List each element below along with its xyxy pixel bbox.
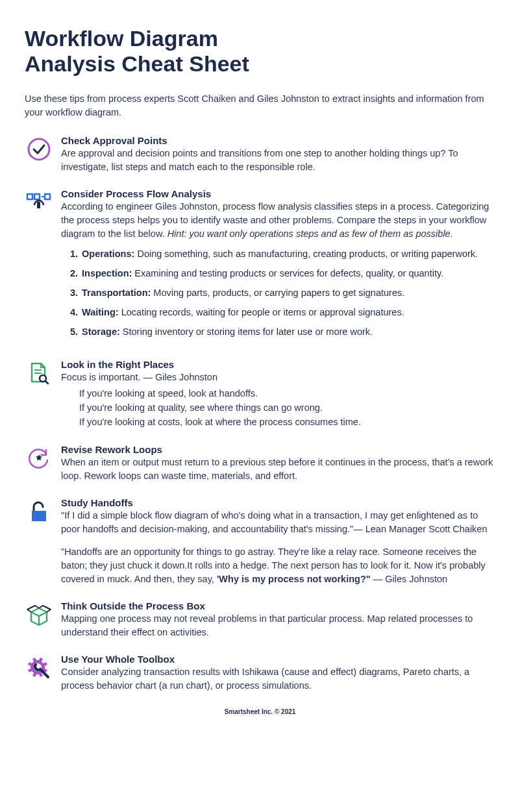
section-body: Mapping one process may not reveal probl… [61, 612, 495, 639]
section-handoffs: Study Handoffs "If I did a simple block … [25, 497, 495, 586]
refresh-gear-icon [25, 444, 53, 473]
section-content: Think Outside the Process Box Mapping on… [61, 600, 495, 639]
list-label: Operations: [82, 249, 134, 259]
list-label: Transportation: [82, 288, 151, 298]
list-item: 2. Inspection: Examining and testing pro… [70, 267, 495, 280]
section-title: Think Outside the Process Box [61, 600, 495, 611]
section-body: When an item or output must return to a … [61, 456, 495, 483]
section-rework: Revise Rework Loops When an item or outp… [25, 444, 495, 483]
section-content: Revise Rework Loops When an item or outp… [61, 444, 495, 483]
list-desc: Examining and testing products or servic… [132, 268, 443, 278]
section-content: Study Handoffs "If I did a simple block … [61, 497, 495, 586]
list-label: Waiting: [82, 307, 119, 317]
wrench-gear-icon [25, 654, 53, 682]
handoffs-p1: "If I did a simple block flow diagram of… [61, 509, 495, 536]
svg-rect-1 [27, 194, 32, 199]
section-title: Look in the Right Places [61, 359, 495, 370]
list-item: 3. Transportation: Moving parts, product… [70, 286, 495, 300]
svg-line-8 [45, 381, 48, 384]
section-body: Consider analyzing transaction results w… [61, 665, 495, 693]
list-desc: Doing something, such as manufacturing, … [134, 249, 478, 259]
section-box: Think Outside the Process Box Mapping on… [25, 600, 495, 639]
flow-hint: Hint: you want only operations steps and… [167, 228, 453, 239]
document-page: Workflow Diagram Analysis Cheat Sheet Us… [0, 0, 520, 728]
flow-list: 1. Operations: Doing something, such as … [61, 247, 495, 339]
list-number: 2. [70, 267, 82, 280]
sub-line: If you're looking at speed, look at hand… [79, 387, 495, 401]
svg-rect-9 [32, 511, 46, 521]
list-label: Inspection: [82, 268, 132, 278]
section-toolbox: Use Your Whole Toolbox Consider analyzin… [25, 654, 495, 693]
section-body: According to engineer Giles Johnston, pr… [61, 200, 495, 241]
footer-copyright: Smartsheet Inc. © 2021 [25, 708, 495, 715]
handoffs-p2: "Handoffs are an opportunity for things … [61, 545, 495, 586]
section-title: Study Handoffs [61, 497, 495, 508]
list-desc: Storing inventory or storing items for l… [120, 326, 373, 337]
sub-line: If you're looking at costs, look at wher… [79, 415, 495, 430]
open-box-icon [25, 600, 53, 629]
svg-point-0 [29, 139, 49, 160]
section-content: Consider Process Flow Analysis According… [61, 188, 495, 345]
handoffs-p2-post: — Giles Johnston [371, 574, 447, 584]
lock-open-icon [25, 497, 53, 526]
flow-chart-icon [25, 188, 53, 217]
list-text: Waiting: Locating records, waiting for p… [82, 306, 495, 319]
list-number: 4. [70, 306, 82, 319]
list-text: Operations: Doing something, such as man… [82, 247, 495, 261]
svg-rect-2 [34, 194, 40, 199]
svg-rect-4 [37, 202, 40, 208]
list-item: 4. Waiting: Locating records, waiting fo… [70, 306, 495, 319]
document-search-icon [25, 359, 53, 388]
list-desc: Moving parts, products, or carrying pape… [151, 288, 404, 298]
section-content: Use Your Whole Toolbox Consider analyzin… [61, 654, 495, 693]
intro-text: Use these tips from process experts Scot… [25, 92, 495, 119]
title-line-1: Workflow Diagram [25, 26, 218, 51]
list-text: Storage: Storing inventory or storing it… [82, 325, 495, 339]
places-lead: Focus is important. — Giles Johnston [61, 371, 495, 384]
section-title: Check Approval Points [61, 135, 495, 146]
list-text: Transportation: Moving parts, products, … [82, 286, 495, 300]
page-title: Workflow Diagram Analysis Cheat Sheet [25, 26, 495, 77]
checkmark-circle-icon [25, 135, 53, 164]
list-label: Storage: [82, 326, 120, 337]
section-title: Use Your Whole Toolbox [61, 654, 495, 665]
places-sublines: If you're looking at speed, look at hand… [61, 387, 495, 429]
list-number: 3. [70, 286, 82, 300]
section-content: Check Approval Points Are approval and d… [61, 135, 495, 174]
section-content: Look in the Right Places Focus is import… [61, 359, 495, 429]
title-line-2: Analysis Cheat Sheet [25, 51, 249, 76]
list-text: Inspection: Examining and testing produc… [82, 267, 495, 280]
list-number: 1. [70, 247, 82, 261]
section-body: Are approval and decision points and tra… [61, 147, 495, 174]
list-item: 1. Operations: Doing something, such as … [70, 247, 495, 261]
handoffs-p2-bold: 'Why is my process not working?" [217, 574, 371, 584]
section-title: Consider Process Flow Analysis [61, 188, 495, 199]
section-approval: Check Approval Points Are approval and d… [25, 135, 495, 174]
svg-rect-3 [45, 194, 50, 199]
list-desc: Locating records, waiting for people or … [119, 307, 404, 317]
sub-line: If you're looking at quality, see where … [79, 401, 495, 415]
section-places: Look in the Right Places Focus is import… [25, 359, 495, 429]
list-item: 5. Storage: Storing inventory or storing… [70, 325, 495, 339]
section-title: Revise Rework Loops [61, 444, 495, 455]
section-flow: Consider Process Flow Analysis According… [25, 188, 495, 345]
list-number: 5. [70, 325, 82, 339]
